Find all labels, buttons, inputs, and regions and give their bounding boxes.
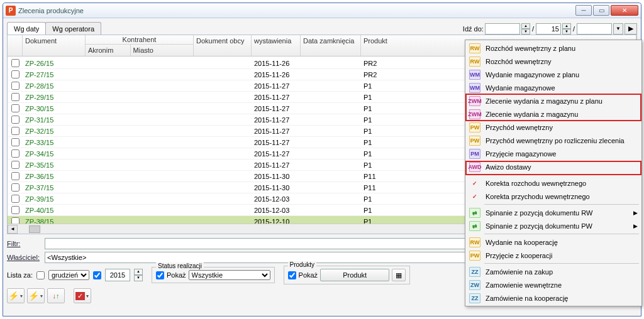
row-checkbox[interactable] [11,127,19,135]
year-spinner[interactable]: ▲▼ [134,269,143,281]
doc-link[interactable]: ZP-37/15 [25,184,53,192]
menu-item[interactable]: ZWZamowienie wewnętrzne [467,278,640,291]
menu-item[interactable]: RWRozchód wewnętrzny [467,55,640,68]
menu-icon: ZWM [469,109,480,119]
menu-item[interactable]: ✓Korekta przychodu wewnętrznego [467,190,640,203]
doc-link[interactable]: ZP-31/15 [25,116,53,124]
menu-label: Przyjęcie magazynowe [486,150,557,158]
menu-item[interactable]: ✓Korekta rozchodu wewnętrznego [467,176,640,190]
menu-item[interactable]: RWRozchód wewnętrzny z planu [467,41,640,55]
doc-link[interactable]: ZP-33/15 [25,139,53,146]
menu-item[interactable]: WMWydanie magazynowe [467,81,640,94]
status-pokaz-label: Pokaż [167,271,186,279]
menu-label: Rozchód wewnętrzny [486,58,552,65]
tab-by-operator[interactable]: Wg operatora [45,22,101,35]
row-checkbox[interactable] [11,217,19,224]
status-check[interactable] [156,271,164,279]
menu-item[interactable]: ⇄Spinanie z pozycją dokumentu PW▶ [467,219,640,232]
doc-link[interactable]: ZP-40/15 [25,207,53,214]
col-dokument-obcy[interactable]: Dokument obcy [194,35,252,56]
menu-item[interactable]: PWPrzychód wewnętrzny [467,121,640,134]
submenu-arrow-icon: ▶ [633,210,638,216]
menu-icon: ZZ [469,267,480,277]
col-kontrahent[interactable]: Kontrahent [86,35,193,45]
doc-link[interactable]: ZP-38/15 [25,218,53,224]
menu-item[interactable]: WMWydanie magazynowe z planu [467,68,640,81]
cell-date: 2015-12-03 [252,195,301,203]
menu-item[interactable]: PMPrzyjęcie magazynowe [467,147,640,160]
cell-date: 2015-11-27 [252,150,301,158]
tab-by-date[interactable]: Wg daty [7,22,46,35]
doc-link[interactable]: ZP-32/15 [25,127,53,135]
month-select[interactable]: grudzień [48,270,89,280]
col-miasto[interactable]: Miasto [131,45,193,56]
menu-item[interactable]: PWPrzyjęcie z kooperacji [467,249,640,262]
goto-dropdown-button[interactable]: ▼ [613,23,623,35]
row-checkbox[interactable] [11,59,19,67]
col-wystawienia[interactable]: wystawienia [252,35,301,56]
maximize-button[interactable]: ▭ [593,5,609,16]
col-checkbox[interactable] [8,35,23,56]
status-select[interactable]: Wszystkie [189,270,270,280]
minimize-button[interactable]: ─ [575,5,592,16]
doc-link[interactable]: ZP-30/15 [25,105,53,112]
goto-spinner-2[interactable]: ▲▼ [562,23,571,35]
doc-link[interactable]: ZP-28/15 [25,82,53,90]
row-checkbox[interactable] [11,104,19,112]
doc-link[interactable]: ZP-27/15 [25,71,53,78]
goto-spinner-1[interactable]: ▲▼ [521,23,530,35]
row-checkbox[interactable] [11,172,19,180]
menu-item[interactable]: PWPrzychód wewnętrzny po rozliczeniu zle… [467,134,640,147]
row-checkbox[interactable] [11,70,19,78]
lightning-green-button[interactable]: ⚡▼ [27,288,45,303]
row-checkbox[interactable] [11,183,19,192]
col-akronim[interactable]: Akronim [86,45,131,56]
row-checkbox[interactable] [11,161,19,169]
goto-controls: Idź do: ▲▼ / ▲▼ / ▼ ▶ [463,23,637,35]
menu-separator [484,263,639,264]
col-dokument[interactable]: Dokument [23,35,86,56]
produkty-check[interactable] [288,271,296,279]
titlebar[interactable]: P Zlecenia produkcyjne ─ ▭ ✕ [3,3,641,18]
menu-item[interactable]: AWDAwizo dostawy [467,160,640,173]
menu-icon: WM [469,70,480,80]
lightning-button[interactable]: ⚡▼ [7,288,25,303]
doc-link[interactable]: ZP-26/15 [25,60,53,67]
produkt-extra-button[interactable]: ▦ [392,269,406,281]
hscroll-thumb[interactable] [29,225,40,233]
menu-item[interactable]: ⇄Spinanie z pozycją dokumentu RW▶ [467,206,640,219]
doc-link[interactable]: ZP-29/15 [25,94,53,101]
goto-go-button[interactable]: ▶ [625,23,637,35]
col-data-zamkniecia[interactable]: Data zamknięcia [301,35,361,56]
lista-za-check[interactable] [36,271,45,279]
row-checkbox[interactable] [11,93,19,101]
hscroll-left[interactable]: ◄ [8,225,18,234]
sort-button[interactable]: ↓↑ [47,288,65,303]
row-checkbox[interactable] [11,149,19,158]
check-button[interactable]: ✓▼ [74,288,91,303]
year-input[interactable] [105,269,130,281]
doc-link[interactable]: ZP-36/15 [25,173,53,180]
doc-link[interactable]: ZP-39/15 [25,195,53,203]
menu-item[interactable]: ZZZamówienie na zakup [467,265,640,278]
year-check[interactable] [93,271,101,279]
goto-field-2[interactable] [536,23,561,35]
row-checkbox[interactable] [11,82,19,90]
menu-item[interactable]: ZZZamówienie na kooperację [467,291,640,305]
menu-icon: ✓ [469,178,480,188]
row-checkbox[interactable] [11,138,19,146]
goto-field-1[interactable] [485,23,520,35]
cell-date: 2015-12-10 [252,218,301,224]
menu-item[interactable]: RWWydanie na kooperację [467,235,640,249]
doc-link[interactable]: ZP-35/15 [25,161,53,169]
row-checkbox[interactable] [11,116,19,124]
goto-field-3[interactable] [577,23,612,35]
close-button[interactable]: ✕ [611,5,638,16]
menu-item[interactable]: ZWMZlecenie wydania z magazynu [467,107,640,121]
row-checkbox[interactable] [11,195,19,203]
menu-item[interactable]: ZWMZlecenie wydania z magazynu z planu [467,94,640,107]
row-checkbox[interactable] [11,206,19,214]
produkt-button[interactable]: Produkt [320,269,389,281]
context-menu[interactable]: RWRozchód wewnętrzny z planuRWRozchód we… [465,40,642,306]
doc-link[interactable]: ZP-34/15 [25,150,53,158]
